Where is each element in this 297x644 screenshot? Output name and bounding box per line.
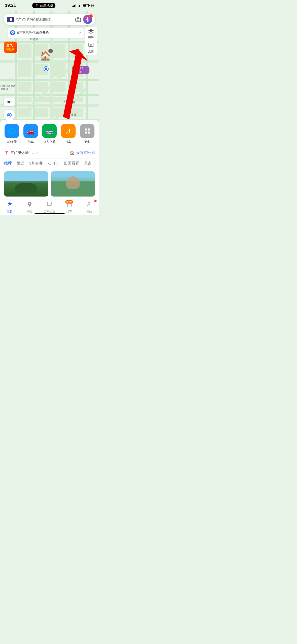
image-card-hot-spring[interactable] <box>51 171 95 197</box>
status-icons: ▲ 59 <box>72 4 94 8</box>
svg-rect-18 <box>18 63 31 77</box>
image-cards-row <box>0 168 99 200</box>
nav-mine[interactable]: 我的 <box>79 200 99 215</box>
tab-recommended[interactable]: 推荐 <box>4 161 12 168</box>
layers-button[interactable]: 图层 <box>85 27 97 41</box>
promo-badge[interactable]: 全民 帮砍单 <box>4 42 17 53</box>
svg-rect-26 <box>71 82 83 92</box>
action-more-label: 更多 <box>84 140 90 144</box>
promo-text-line2: 帮砍单 <box>6 48 15 51</box>
location-row[interactable]: 📍 江门澳达威生... × 🏠 设置家/公司 <box>0 147 99 158</box>
more-icon <box>80 124 94 138</box>
svg-rect-3 <box>0 79 99 81</box>
battery-level: 59 <box>91 4 94 7</box>
action-drive[interactable]: 🚗 驾车 <box>22 124 39 144</box>
promo-text-line1: 全民 <box>6 43 15 48</box>
svg-rect-27 <box>18 97 31 102</box>
bottom-navigation: 出行 周边 公共交通 接单快 打车 我的 <box>0 200 99 215</box>
tab-jiangmen[interactable]: 江门市 <box>48 161 59 168</box>
svg-rect-63 <box>88 132 90 134</box>
set-home-icon: 🏠 <box>70 150 75 155</box>
map-marker-close-button[interactable]: × <box>48 49 53 53</box>
svg-text:金碧湾酒: 金碧湾酒 <box>74 67 84 70</box>
svg-rect-17 <box>53 44 65 58</box>
tab-abroad[interactable]: 出国看看 <box>64 161 79 168</box>
svg-rect-4 <box>0 94 99 96</box>
current-location-dot <box>44 67 48 71</box>
nav-mine-label: 我的 <box>86 210 92 213</box>
nearby-icon <box>27 201 33 209</box>
3d-scene-icon: 🌐 <box>5 124 19 138</box>
notification-close-button[interactable]: × <box>79 30 81 35</box>
image-card-mountain[interactable] <box>4 171 48 197</box>
nav-taxi-label: 打车 <box>67 210 72 213</box>
transit-icon: 🚌 <box>42 124 57 138</box>
set-home-button[interactable]: 🏠 设置家/公司 <box>70 150 95 155</box>
notification-location-icon <box>10 30 15 35</box>
layers-icon <box>88 29 94 35</box>
location-dot-icon <box>8 113 11 117</box>
svg-rect-62 <box>85 132 87 134</box>
svg-rect-28 <box>35 97 65 102</box>
nav-nearby-label: 周边 <box>27 210 32 213</box>
search-robot-icon <box>7 17 14 22</box>
layers-label: 图层 <box>88 35 94 39</box>
taxi-icon: 𝓐 <box>61 124 76 138</box>
location-text: 江门澳达威生... <box>11 151 35 155</box>
3d-mode-button[interactable]: 3D <box>4 98 15 106</box>
tab-nearby[interactable]: 附近 <box>17 161 24 168</box>
svg-rect-44 <box>76 18 81 22</box>
wifi-icon: ▲ <box>78 4 81 8</box>
status-time: 19:21 <box>5 3 16 8</box>
action-3d-scene[interactable]: 🌐 3D实景 <box>3 124 20 144</box>
location-pin-icon: 📍 <box>4 150 9 155</box>
category-tabs: 推荐 附近 3月去哪 江门市 出国看看 景点 <box>0 158 99 168</box>
svg-rect-47 <box>87 17 88 20</box>
svg-rect-31 <box>35 108 48 117</box>
svg-rect-23 <box>18 82 31 92</box>
tab-attractions[interactable]: 景点 <box>84 161 92 168</box>
notification-bar[interactable]: 0元充电券包10点开抢 × <box>8 28 84 38</box>
profile-icon <box>86 201 92 209</box>
voice-search-button[interactable] <box>83 15 92 24</box>
svg-rect-21 <box>71 44 83 58</box>
action-transit[interactable]: 🚌 公共交通 <box>41 124 58 144</box>
transit-nav-icon <box>46 201 52 209</box>
battery-icon <box>83 4 89 7</box>
svg-rect-46 <box>77 17 79 18</box>
home-indicator <box>35 213 65 214</box>
profile-notification-dot <box>94 200 96 202</box>
feedback-label: 反馈 <box>88 50 94 53</box>
feedback-icon <box>88 43 93 49</box>
status-bar: 19:21 📍 百度地图 ▲ 59 <box>0 0 99 11</box>
quick-actions-row: 🌐 3D实景 🚗 驾车 🚌 公共交通 𝓐 打车 <box>0 120 99 147</box>
svg-rect-64 <box>47 202 51 206</box>
camera-search-button[interactable] <box>75 16 82 23</box>
svg-rect-25 <box>53 82 65 92</box>
svg-text:开平市政: 开平市政 <box>65 113 77 116</box>
action-3d-scene-label: 3D实景 <box>7 140 17 144</box>
search-bar[interactable]: 搜"YY直播"精彩由你 <box>4 14 95 25</box>
svg-rect-60 <box>85 128 87 131</box>
action-drive-label: 驾车 <box>28 140 34 144</box>
map-home-marker[interactable]: 🏠 × <box>39 50 52 62</box>
travel-icon <box>7 201 13 209</box>
nav-travel[interactable]: 出行 <box>0 200 20 215</box>
svg-point-68 <box>88 202 90 204</box>
svg-rect-30 <box>18 108 31 117</box>
svg-rect-61 <box>88 128 90 131</box>
svg-rect-5 <box>0 104 99 107</box>
action-taxi[interactable]: 𝓐 打车 <box>60 124 77 144</box>
signal-icon <box>72 4 76 7</box>
tab-march-where[interactable]: 3月去哪 <box>29 161 43 168</box>
location-divider: × <box>36 151 39 155</box>
action-more[interactable]: 更多 <box>79 124 96 144</box>
notification-text: 0元充电券包10点开抢 <box>17 30 79 35</box>
svg-text:人民东路: 人民东路 <box>63 100 75 104</box>
right-panel: 图层 反馈 <box>85 27 97 55</box>
feedback-button[interactable]: 反馈 <box>85 41 97 55</box>
drive-icon: 🚗 <box>23 124 38 138</box>
svg-text:柏丽宜居酒店: 柏丽宜居酒店 <box>0 84 16 87</box>
locate-me-button[interactable] <box>4 110 15 121</box>
svg-rect-20 <box>53 63 65 77</box>
